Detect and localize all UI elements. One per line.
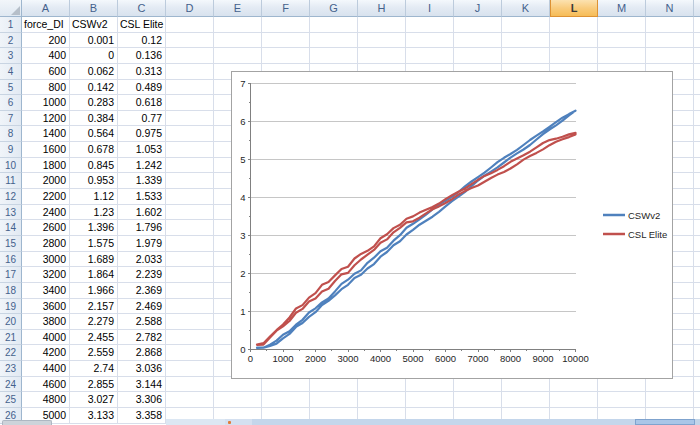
cell-B23[interactable]: 2.74 (70, 361, 118, 377)
cell-A18[interactable]: 3400 (22, 283, 70, 299)
cell-I1[interactable] (406, 17, 454, 33)
cell-A19[interactable]: 3600 (22, 299, 70, 315)
cell-N1[interactable] (646, 17, 694, 33)
cell-A16[interactable]: 3000 (22, 252, 70, 268)
cell-C16[interactable]: 2.033 (118, 252, 166, 268)
cell-I3[interactable] (406, 48, 454, 64)
column-header-L[interactable]: L (550, 0, 598, 17)
cell-E25[interactable] (214, 392, 262, 408)
row-header-23[interactable]: 23 (0, 361, 22, 377)
cell-M1[interactable] (598, 17, 646, 33)
column-header-D[interactable]: D (166, 0, 214, 17)
row-header-21[interactable]: 21 (0, 330, 22, 346)
cell-D19[interactable] (166, 299, 214, 315)
cell-B14[interactable]: 1.396 (70, 220, 118, 236)
column-header-K[interactable]: K (502, 0, 550, 17)
row-header-12[interactable]: 12 (0, 189, 22, 205)
row-header-22[interactable]: 22 (0, 345, 22, 361)
cell-H2[interactable] (358, 33, 406, 49)
cell-D14[interactable] (166, 220, 214, 236)
row-header-9[interactable]: 9 (0, 142, 22, 158)
cell-E3[interactable] (214, 48, 262, 64)
select-all-corner[interactable] (0, 0, 22, 17)
cell-C25[interactable]: 3.306 (118, 392, 166, 408)
cell-D16[interactable] (166, 252, 214, 268)
sheet-tab-stub[interactable] (2, 420, 52, 425)
column-header-E[interactable]: E (214, 0, 262, 17)
cell-A8[interactable]: 1400 (22, 126, 70, 142)
cell-B7[interactable]: 0.384 (70, 111, 118, 127)
cell-F3[interactable] (262, 48, 310, 64)
row-header-16[interactable]: 16 (0, 252, 22, 268)
cell-A3[interactable]: 400 (22, 48, 70, 64)
row-header-3[interactable]: 3 (0, 48, 22, 64)
cell-A14[interactable]: 2600 (22, 220, 70, 236)
cell-C7[interactable]: 0.77 (118, 111, 166, 127)
cell-B4[interactable]: 0.062 (70, 64, 118, 80)
cell-B10[interactable]: 0.845 (70, 158, 118, 174)
cell-C2[interactable]: 0.12 (118, 33, 166, 49)
cell-F2[interactable] (262, 33, 310, 49)
cell-G3[interactable] (310, 48, 358, 64)
cell-A2[interactable]: 200 (22, 33, 70, 49)
cell-L2[interactable] (550, 33, 598, 49)
horizontal-scrollbar-right-button[interactable] (695, 419, 700, 425)
cell-K3[interactable] (502, 48, 550, 64)
cell-C1[interactable]: CSL Elite (118, 17, 166, 33)
cell-B12[interactable]: 1.12 (70, 189, 118, 205)
cell-C19[interactable]: 2.469 (118, 299, 166, 315)
row-header-7[interactable]: 7 (0, 111, 22, 127)
row-header-25[interactable]: 25 (0, 392, 22, 408)
cell-A9[interactable]: 1600 (22, 142, 70, 158)
cell-A17[interactable]: 3200 (22, 267, 70, 283)
cell-A21[interactable]: 4000 (22, 330, 70, 346)
cell-A13[interactable]: 2400 (22, 205, 70, 221)
row-header-4[interactable]: 4 (0, 64, 22, 80)
cell-D11[interactable] (166, 173, 214, 189)
row-header-19[interactable]: 19 (0, 299, 22, 315)
column-header-A[interactable]: A (22, 0, 70, 17)
row-header-18[interactable]: 18 (0, 283, 22, 299)
row-header-10[interactable]: 10 (0, 158, 22, 174)
cell-J25[interactable] (454, 392, 502, 408)
cell-D20[interactable] (166, 314, 214, 330)
cell-C6[interactable]: 0.618 (118, 95, 166, 111)
cell-K1[interactable] (502, 17, 550, 33)
cell-D10[interactable] (166, 158, 214, 174)
cell-D6[interactable] (166, 95, 214, 111)
cell-D21[interactable] (166, 330, 214, 346)
row-header-20[interactable]: 20 (0, 314, 22, 330)
cell-B16[interactable]: 1.689 (70, 252, 118, 268)
cell-A6[interactable]: 1000 (22, 95, 70, 111)
cell-L3[interactable] (550, 48, 598, 64)
cell-D24[interactable] (166, 377, 214, 393)
cell-D22[interactable] (166, 345, 214, 361)
cell-C24[interactable]: 3.144 (118, 377, 166, 393)
cell-C20[interactable]: 2.588 (118, 314, 166, 330)
cell-D12[interactable] (166, 189, 214, 205)
cell-M3[interactable] (598, 48, 646, 64)
cell-C5[interactable]: 0.489 (118, 80, 166, 96)
cell-A15[interactable]: 2800 (22, 236, 70, 252)
row-header-11[interactable]: 11 (0, 173, 22, 189)
cell-A23[interactable]: 4400 (22, 361, 70, 377)
cell-B6[interactable]: 0.283 (70, 95, 118, 111)
cell-D25[interactable] (166, 392, 214, 408)
cell-I25[interactable] (406, 392, 454, 408)
column-header-G[interactable]: G (310, 0, 358, 17)
embedded-chart[interactable]: 0123456701000200030004000500060007000800… (231, 71, 673, 379)
cell-D2[interactable] (166, 33, 214, 49)
cell-C23[interactable]: 3.036 (118, 361, 166, 377)
cell-D5[interactable] (166, 80, 214, 96)
cell-B2[interactable]: 0.001 (70, 33, 118, 49)
cell-B19[interactable]: 2.157 (70, 299, 118, 315)
cell-D15[interactable] (166, 236, 214, 252)
cell-A4[interactable]: 600 (22, 64, 70, 80)
cell-A24[interactable]: 4600 (22, 377, 70, 393)
column-header-M[interactable]: M (598, 0, 646, 17)
cell-A25[interactable]: 4800 (22, 392, 70, 408)
cell-A7[interactable]: 1200 (22, 111, 70, 127)
cell-J1[interactable] (454, 17, 502, 33)
cell-A11[interactable]: 2000 (22, 173, 70, 189)
cell-A1[interactable]: force_DI (22, 17, 70, 33)
